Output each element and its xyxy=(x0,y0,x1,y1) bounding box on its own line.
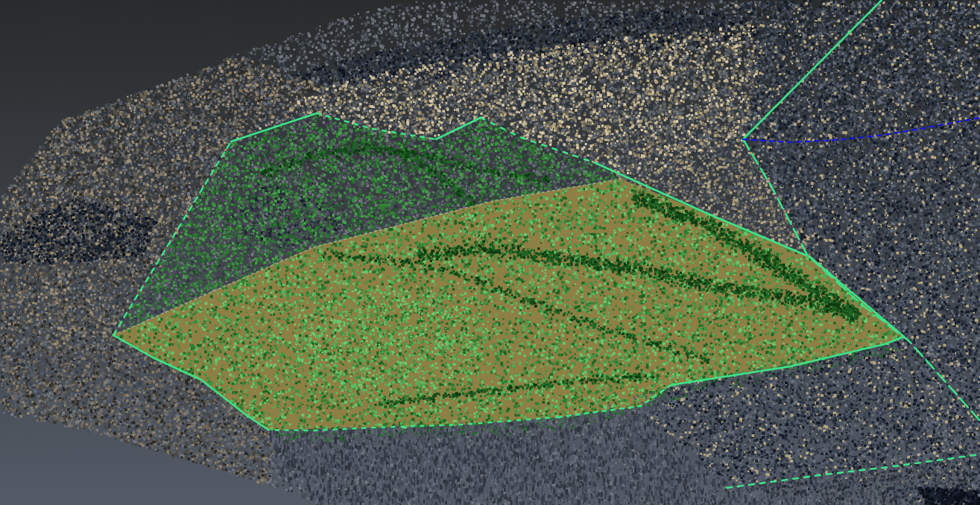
point-cloud-viewer-window xyxy=(0,0,980,505)
point-cloud-viewport[interactable] xyxy=(0,0,980,505)
